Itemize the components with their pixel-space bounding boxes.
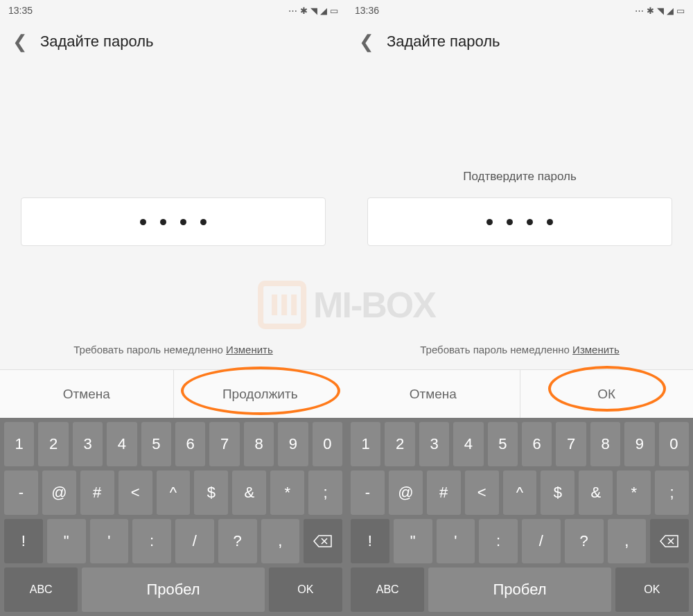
password-input[interactable] (367, 197, 672, 246)
key-8[interactable]: 8 (590, 422, 620, 466)
password-dot (160, 219, 166, 225)
key-lt[interactable]: < (119, 470, 152, 515)
key-slash[interactable]: / (522, 519, 561, 563)
key-semi[interactable]: ; (308, 470, 342, 515)
key-comma[interactable]: , (608, 519, 647, 563)
key-ok[interactable]: OK (269, 567, 342, 612)
keyboard-row-4: ABC Пробел OK (351, 567, 689, 612)
key-9[interactable]: 9 (278, 422, 308, 466)
key-caret[interactable]: ^ (157, 470, 191, 515)
ok-label: ОК (597, 387, 615, 402)
change-link[interactable]: Изменить (226, 344, 273, 355)
battery-icon: ▭ (676, 6, 685, 16)
key-9[interactable]: 9 (624, 422, 654, 466)
key-4[interactable]: 4 (453, 422, 483, 466)
key-2[interactable]: 2 (38, 422, 68, 466)
content-area: Подтвердите пароль Требовать пароль неме… (346, 62, 693, 369)
key-at[interactable]: @ (42, 470, 76, 515)
back-icon[interactable]: ❮ (12, 31, 28, 53)
key-space[interactable]: Пробел (82, 567, 264, 612)
key-1[interactable]: 1 (351, 422, 380, 466)
header: ❮ Задайте пароль (0, 21, 346, 62)
key-space[interactable]: Пробел (428, 567, 611, 612)
key-colon[interactable]: : (479, 519, 518, 563)
require-password-row: Требовать пароль немедленно Изменить (73, 344, 273, 355)
status-icons: ⋯ ✱ ◥ ◢ ▭ (288, 6, 338, 16)
key-dollar[interactable]: $ (541, 470, 574, 515)
key-7[interactable]: 7 (209, 422, 239, 466)
key-caret[interactable]: ^ (503, 470, 537, 515)
key-bang[interactable]: ! (351, 519, 389, 563)
key-3[interactable]: 3 (419, 422, 449, 466)
key-0[interactable]: 0 (659, 422, 689, 466)
key-dash[interactable]: - (4, 470, 38, 515)
status-time: 13:35 (8, 5, 33, 16)
key-comma[interactable]: , (261, 519, 300, 563)
key-1[interactable]: 1 (4, 422, 34, 466)
key-semi[interactable]: ; (655, 470, 689, 515)
password-dot (200, 219, 207, 225)
key-amp[interactable]: & (232, 470, 266, 515)
key-4[interactable]: 4 (107, 422, 137, 466)
key-question[interactable]: ? (218, 519, 257, 563)
key-star[interactable]: * (617, 470, 651, 515)
screen-left: 13:35 ⋯ ✱ ◥ ◢ ▭ ❮ Задайте пароль Требова… (0, 0, 346, 616)
key-ok[interactable]: OK (615, 567, 689, 612)
wifi-icon: ◥ (310, 6, 317, 16)
key-at[interactable]: @ (389, 470, 423, 515)
key-8[interactable]: 8 (244, 422, 274, 466)
key-5[interactable]: 5 (141, 422, 171, 466)
key-7[interactable]: 7 (556, 422, 586, 466)
key-5[interactable]: 5 (488, 422, 518, 466)
keyboard-row-2: - @ # < ^ $ & * ; (4, 470, 342, 515)
key-0[interactable]: 0 (313, 422, 342, 466)
back-icon[interactable]: ❮ (359, 31, 374, 53)
ok-button[interactable]: ОК (520, 370, 694, 418)
cancel-button[interactable]: Отмена (0, 370, 173, 418)
page-title: Задайте пароль (387, 33, 500, 51)
keyboard-row-1: 1 2 3 4 5 6 7 8 9 0 (351, 422, 689, 466)
keyboard-row-3: ! " ' : / ? , (4, 519, 342, 563)
change-link[interactable]: Изменить (572, 344, 620, 355)
key-hash[interactable]: # (80, 470, 114, 515)
key-dquote[interactable]: " (394, 519, 432, 563)
key-dquote[interactable]: " (47, 519, 86, 563)
key-backspace[interactable] (650, 519, 689, 563)
key-question[interactable]: ? (565, 519, 604, 563)
key-dollar[interactable]: $ (194, 470, 228, 515)
key-6[interactable]: 6 (175, 422, 205, 466)
signal-icon: ◢ (667, 6, 674, 16)
password-dot (180, 219, 186, 225)
continue-label: Продолжить (222, 387, 298, 402)
action-bar: Отмена ОК (346, 369, 693, 418)
key-star[interactable]: * (270, 470, 304, 515)
password-input[interactable] (21, 197, 326, 246)
key-bang[interactable]: ! (4, 519, 43, 563)
key-slash[interactable]: / (175, 519, 214, 563)
bluetooth-icon: ✱ (647, 6, 654, 16)
continue-button[interactable]: Продолжить (174, 370, 347, 418)
key-6[interactable]: 6 (522, 422, 552, 466)
key-2[interactable]: 2 (385, 422, 414, 466)
key-abc[interactable]: ABC (351, 567, 424, 612)
key-dash[interactable]: - (351, 470, 385, 515)
keyboard-row-2: - @ # < ^ $ & * ; (351, 470, 689, 515)
key-squote[interactable]: ' (90, 519, 129, 563)
key-lt[interactable]: < (465, 470, 499, 515)
screen-right: 13:36 ⋯ ✱ ◥ ◢ ▭ ❮ Задайте пароль Подтвер… (346, 0, 693, 616)
key-colon[interactable]: : (132, 519, 171, 563)
key-3[interactable]: 3 (73, 422, 103, 466)
require-text: Требовать пароль немедленно (73, 344, 226, 355)
more-icon: ⋯ (288, 6, 297, 16)
key-abc[interactable]: ABC (4, 567, 78, 612)
key-backspace[interactable] (304, 519, 342, 563)
key-amp[interactable]: & (579, 470, 613, 515)
password-dot (507, 219, 513, 225)
key-hash[interactable]: # (427, 470, 461, 515)
key-squote[interactable]: ' (437, 519, 475, 563)
password-dot (486, 219, 493, 225)
cancel-button[interactable]: Отмена (346, 370, 520, 418)
battery-icon: ▭ (330, 6, 338, 16)
keyboard-row-1: 1 2 3 4 5 6 7 8 9 0 (4, 422, 342, 466)
content-area: Требовать пароль немедленно Изменить (0, 62, 346, 369)
